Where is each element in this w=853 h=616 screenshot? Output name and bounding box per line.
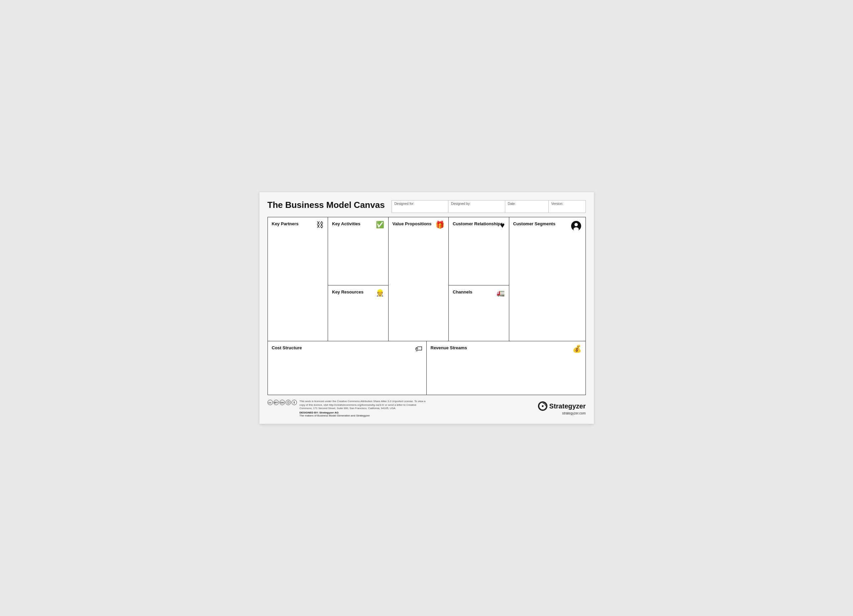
page: The Business Model Canvas Designed for: … (260, 192, 594, 424)
customer-segments-icon-svg (571, 221, 581, 231)
svg-point-2 (574, 227, 579, 231)
tag-icon: 🏷 (415, 345, 422, 353)
date-field[interactable]: Date: (505, 201, 549, 213)
key-resources-cell[interactable]: Key Resources 👷 (328, 285, 388, 342)
key-activities-cell[interactable]: Key Activities ✅ (328, 217, 388, 285)
license-text: This work is licenced under the Creative… (300, 400, 426, 410)
cc-icon: cc (267, 400, 273, 405)
designed-by-text: DESIGNED BY: Strategyzer AG The makers o… (300, 411, 426, 417)
strategyzer-text: Strategyzer (549, 403, 586, 410)
canvas-top-row: Key Partners ⛓ Key Activities ✅ Key Reso… (268, 217, 586, 341)
creative-commons-icons: cc BY SA Ⓘ ℹ (267, 400, 297, 405)
customer-segments-section[interactable]: Customer Segments (509, 217, 586, 341)
canvas-bottom-row: Cost Structure 🏷 Revenue Streams 💰 (268, 341, 586, 395)
strategyzer-url: strategyzer.com (538, 412, 586, 415)
customer-relationships-cell[interactable]: Customer Relationships ♥ (449, 217, 509, 285)
cc-extra-icon: ℹ (291, 400, 297, 405)
designed-for-label: Designed for: (395, 202, 445, 206)
footer-right: Strategyzer strategyzer.com (538, 401, 586, 415)
meta-fields: Designed for: Designed by: Date: Version… (392, 200, 586, 213)
cost-structure-section[interactable]: Cost Structure 🏷 (268, 341, 426, 395)
footer-text-block: This work is licenced under the Creative… (300, 400, 426, 417)
canvas: Key Partners ⛓ Key Activities ✅ Key Reso… (267, 217, 586, 395)
page-title: The Business Model Canvas (267, 200, 385, 210)
key-activities-label: Key Activities (332, 221, 360, 226)
value-propositions-section[interactable]: Value Propositions 🎁 (389, 217, 449, 341)
customer-segments-label: Customer Segments (513, 221, 556, 226)
gift-icon: 🎁 (436, 221, 445, 229)
channels-label: Channels (453, 289, 472, 294)
cr-channels-section: Customer Relationships ♥ Channels 🚛 (449, 217, 509, 341)
cost-structure-label: Cost Structure (272, 345, 302, 350)
revenue-streams-label: Revenue Streams (431, 345, 467, 350)
workers-icon: 👷 (376, 289, 384, 297)
strategyzer-logo-icon (538, 401, 547, 411)
customer-relationships-label: Customer Relationships (453, 221, 503, 226)
channels-cell[interactable]: Channels 🚛 (449, 285, 509, 342)
cc-sa-icon: SA (279, 400, 285, 405)
revenue-streams-section[interactable]: Revenue Streams 💰 (426, 341, 586, 395)
heart-icon: ♥ (500, 221, 505, 230)
key-partners-cell[interactable]: Key Partners ⛓ (268, 217, 328, 341)
makers-text: The makers of Business Model Generation … (300, 414, 370, 417)
strategyzer-brand: Strategyzer (538, 401, 586, 411)
designed-by-label: Designed by: (451, 202, 502, 206)
link-icon: ⛓ (316, 221, 324, 229)
footer-left: cc BY SA Ⓘ ℹ This work is licenced under… (267, 400, 426, 417)
version-label: Version: (551, 202, 583, 206)
value-propositions-label: Value Propositions (393, 221, 432, 226)
key-resources-label: Key Resources (332, 289, 363, 294)
key-middle-section: Key Activities ✅ Key Resources 👷 (328, 217, 389, 341)
footer: cc BY SA Ⓘ ℹ This work is licenced under… (267, 398, 586, 418)
coin-icon: 💰 (572, 345, 581, 353)
date-label: Date: (508, 202, 546, 206)
check-icon: ✅ (376, 221, 384, 229)
title-block: The Business Model Canvas (267, 200, 385, 210)
version-field[interactable]: Version: (549, 201, 586, 213)
designed-by-label: DESIGNED BY: Strategyzer AG (300, 411, 339, 414)
key-partners-section: Key Partners ⛓ (268, 217, 328, 341)
cc-by-icon: BY (273, 400, 279, 405)
key-partners-label: Key Partners (272, 221, 299, 226)
designed-by-field[interactable]: Designed by: (448, 201, 505, 213)
designed-for-field[interactable]: Designed for: (392, 201, 448, 213)
header: The Business Model Canvas Designed for: … (267, 200, 586, 213)
cc-nd-icon: Ⓘ (285, 400, 291, 405)
person-icon (571, 221, 581, 233)
truck-icon: 🚛 (496, 289, 505, 297)
svg-point-4 (542, 406, 543, 407)
svg-point-1 (574, 223, 578, 226)
